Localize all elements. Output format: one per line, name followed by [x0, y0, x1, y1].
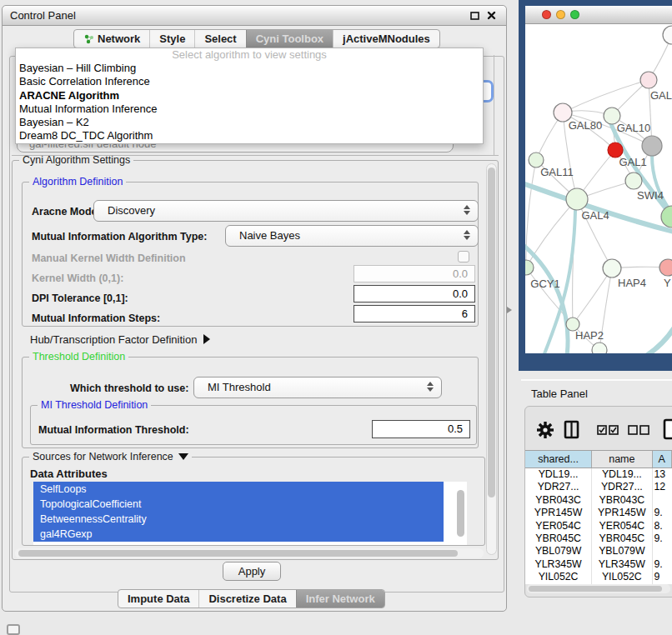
- network-node[interactable]: [661, 206, 672, 228]
- table-column-header[interactable]: name: [592, 451, 652, 468]
- data-attribute-item[interactable]: TopologicalCoefficient: [33, 497, 444, 512]
- table-file-icon[interactable]: [663, 418, 672, 440]
- algorithm-option[interactable]: Basic Correlation Inference: [16, 75, 483, 88]
- mi-steps-label: Mutual Information Steps:: [32, 312, 160, 324]
- expanded-arrow-icon: [178, 453, 188, 460]
- network-edge-thick[interactable]: [646, 326, 672, 353]
- data-attribute-item[interactable]: SelfLoops: [33, 482, 444, 497]
- zoom-traffic-light[interactable]: [570, 10, 579, 19]
- mi-algorithm-type-combo[interactable]: Naive Bayes: [225, 225, 479, 247]
- tab-label: Select: [204, 30, 236, 48]
- table-row[interactable]: YER054CYER054C8.: [525, 520, 672, 532]
- algorithm-option[interactable]: Mutual Information Inference: [16, 102, 483, 116]
- table-row[interactable]: YDR27...YDR27...12: [525, 481, 672, 493]
- settings-vertical-scrollbar-thumb[interactable]: [488, 168, 495, 498]
- tab-label: Discretize Data: [208, 590, 286, 608]
- dpi-tolerance-label: DPI Tolerance [0,1]:: [32, 292, 128, 304]
- minimize-traffic-light[interactable]: [556, 10, 565, 19]
- table-row[interactable]: YDL19...YDL19...13: [525, 468, 672, 481]
- algorithm-option[interactable]: ARACNE Algorithm: [16, 89, 483, 102]
- table-header-row: shared...nameA: [525, 450, 672, 468]
- network-edge-thick[interactable]: [525, 242, 568, 353]
- table-cell: YBR045C: [592, 532, 652, 545]
- control-panel-titlebar[interactable]: Control Panel: [3, 6, 506, 26]
- network-view-frame[interactable]: GALGAL80GAL10GAL1GAL11SWI4GAL4GCY1HAP4YH…: [519, 0, 672, 371]
- table-row[interactable]: YLR345WYLR345W9.: [525, 558, 672, 571]
- network-node[interactable]: [659, 259, 672, 276]
- tab-jactivemnodules[interactable]: jActiveMNodules: [333, 30, 439, 48]
- algorithm-option[interactable]: Bayesian – Hill Climbing: [16, 62, 483, 75]
- apply-button[interactable]: Apply: [223, 562, 281, 581]
- close-traffic-light[interactable]: [542, 10, 551, 19]
- network-node-label: GAL: [650, 89, 672, 102]
- manual-kernel-width-checkbox[interactable]: [458, 251, 469, 262]
- network-edge[interactable]: [573, 268, 612, 324]
- network-canvas[interactable]: GALGAL80GAL10GAL1GAL11SWI4GAL4GCY1HAP4YH…: [525, 24, 672, 353]
- panel-divider-collapse-arrow[interactable]: [507, 307, 512, 313]
- list-vertical-scrollbar-thumb[interactable]: [457, 490, 464, 537]
- data-attributes-label: Data Attributes: [30, 468, 108, 480]
- combo-stepper-icon: [464, 230, 470, 240]
- hub-definition-toggle[interactable]: Hub/Transcription Factor Definition: [30, 333, 210, 346]
- network-node[interactable]: [625, 172, 642, 189]
- control-panel-title: Control Panel: [10, 9, 76, 22]
- tab-style[interactable]: Style: [149, 30, 194, 48]
- table-row[interactable]: YPR145WYPR145W9.: [525, 507, 672, 519]
- hidden-groupbox-border-bottom: [12, 155, 499, 156]
- table-panel-title: Table Panel: [531, 388, 588, 400]
- table-horizontal-scrollbar-thumb[interactable]: [529, 586, 662, 592]
- table-row[interactable]: YBR045CYBR045C9.: [525, 532, 672, 545]
- sources-title-text: Sources for Network Inference: [33, 451, 173, 462]
- network-node[interactable]: [603, 259, 621, 278]
- mi-threshold-group-title: MI Threshold Definition: [38, 399, 151, 411]
- network-node[interactable]: [566, 188, 588, 210]
- sources-group-title[interactable]: Sources for Network Inference: [29, 451, 192, 462]
- data-attribute-item[interactable]: gal4RGexp: [33, 527, 444, 542]
- table-toolbar: [525, 412, 672, 449]
- gear-icon[interactable]: [537, 422, 554, 438]
- deselect-all-checkboxes-icon[interactable]: [628, 425, 649, 435]
- table-row[interactable]: YBR043CYBR043C: [525, 494, 672, 507]
- network-edge[interactable]: [563, 80, 649, 112]
- column-split-icon[interactable]: [564, 420, 580, 440]
- mi-threshold-field[interactable]: 0.5: [372, 420, 470, 438]
- tab-impute-data[interactable]: Impute Data: [118, 590, 198, 608]
- tab-network[interactable]: Network: [74, 30, 149, 48]
- mi-steps-field[interactable]: 6: [354, 305, 475, 322]
- aracne-mode-combo[interactable]: Discovery: [93, 200, 479, 222]
- tab-select[interactable]: Select: [194, 30, 245, 48]
- collapsed-panel-icon[interactable]: [7, 624, 20, 635]
- network-node[interactable]: [642, 136, 662, 156]
- tab-cyni-toolbox[interactable]: Cyni Toolbox: [246, 30, 333, 48]
- table-row[interactable]: YIL052CYIL052C9: [525, 571, 672, 583]
- table-column-header[interactable]: A: [653, 451, 672, 468]
- network-node[interactable]: [525, 260, 534, 275]
- algorithm-definition-title: Algorithm Definition: [29, 176, 126, 188]
- table-cell: YBL079W: [592, 545, 652, 558]
- network-node[interactable]: [640, 72, 657, 88]
- table-row[interactable]: YBL079WYBL079W: [525, 545, 672, 558]
- dpi-tolerance-field[interactable]: 0.0: [354, 285, 475, 302]
- algorithm-option[interactable]: Dream8 DC_TDC Algorithm: [16, 129, 483, 142]
- which-threshold-combo[interactable]: MI Threshold: [193, 377, 442, 398]
- table-cell: YER054C: [592, 520, 652, 532]
- combo-stepper-icon: [427, 382, 434, 392]
- close-icon[interactable]: [487, 11, 496, 20]
- combo-stepper-icon: [464, 205, 470, 215]
- data-attribute-item[interactable]: BetweennessCentrality: [33, 512, 444, 527]
- network-node[interactable]: [592, 342, 607, 353]
- table-column-header[interactable]: shared...: [525, 451, 592, 468]
- select-all-checkboxes-icon[interactable]: [597, 425, 619, 435]
- network-node-label: Y: [664, 277, 671, 289]
- network-edge-thick[interactable]: [611, 124, 672, 217]
- settings-horizontal-scrollbar-thumb[interactable]: [18, 550, 458, 557]
- data-attributes-list[interactable]: SelfLoopsTopologicalCoefficientBetweenne…: [33, 482, 467, 545]
- tab-discretize-data[interactable]: Discretize Data: [198, 590, 295, 608]
- float-icon[interactable]: [470, 12, 479, 20]
- network-node[interactable]: [663, 26, 672, 44]
- network-window-titlebar[interactable]: [525, 6, 672, 24]
- network-node-label: SWI4: [637, 189, 664, 202]
- algorithm-option[interactable]: Bayesian – K2: [16, 116, 483, 129]
- tab-infer-network[interactable]: Infer Network: [296, 590, 384, 608]
- kernel-width-field[interactable]: 0.0: [354, 265, 475, 282]
